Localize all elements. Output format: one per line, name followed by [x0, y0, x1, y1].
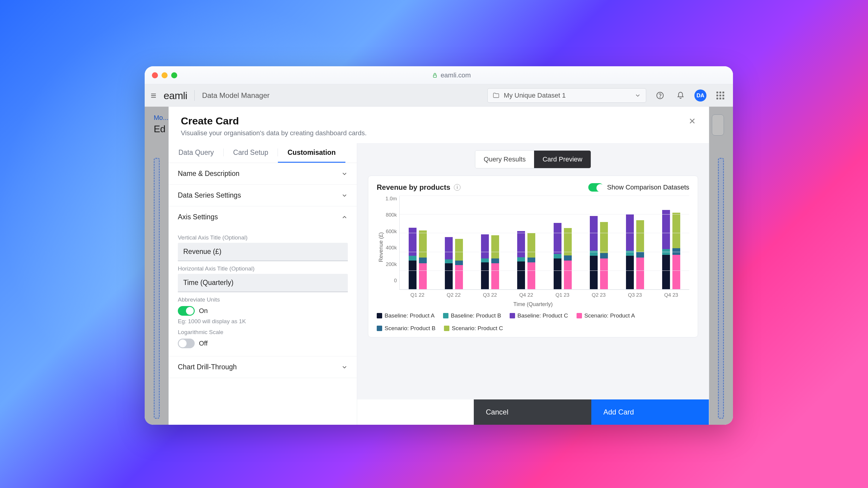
browser-titlebar: eamli.com [145, 66, 733, 84]
vertical-axis-label: Vertical Axis Title (Optional) [178, 234, 348, 241]
chart-plot [399, 196, 689, 290]
brand-logo[interactable]: eamli [164, 90, 187, 101]
preview-panel: Query Results Card Preview Revenue by pr… [357, 143, 709, 425]
minimize-window-button[interactable] [161, 72, 167, 78]
divider [194, 90, 195, 101]
log-scale-toggle[interactable] [178, 338, 195, 348]
folder-icon [493, 92, 500, 99]
create-card-modal: Create Card Visualise your organisation'… [169, 107, 709, 425]
modal-subtitle: Visualise your organisation's data by cr… [181, 129, 367, 137]
menu-button[interactable]: ≡ [151, 90, 156, 101]
abbreviate-units-label: Abbreviate Units [178, 296, 348, 303]
comparison-toggle-label: Show Comparison Datasets [607, 184, 689, 191]
close-modal-button[interactable]: ✕ [687, 115, 697, 127]
svg-point-2 [660, 97, 660, 97]
url-text: eamli.com [441, 71, 471, 79]
modal-footer: Cancel Add Card [357, 399, 709, 425]
apps-grid-button[interactable] [714, 89, 727, 102]
log-scale-state: Off [199, 339, 208, 347]
abbreviate-units-hint: Eg: 1000 will display as 1K [178, 318, 348, 325]
vertical-axis-input[interactable] [178, 243, 348, 261]
page-content: Mo... Ed Create Card Visualise your orga… [145, 107, 733, 425]
section-title: Data Model Manager [202, 91, 270, 100]
lock-icon [432, 73, 438, 78]
notifications-button[interactable] [674, 89, 687, 102]
chevron-up-icon [341, 214, 348, 221]
section-data-series[interactable]: Data Series Settings [169, 185, 357, 206]
chart-legend: Baseline: Product ABaseline: Product BBa… [377, 313, 689, 332]
chevron-down-icon [634, 92, 641, 99]
x-axis-ticks: Q1 22Q2 22Q3 22Q4 22Q1 23Q2 23Q3 23Q4 23 [399, 290, 689, 298]
y-axis-title: Revenue (£) [377, 196, 385, 298]
modal-tabs: Data Query Card Setup Customisation [169, 143, 357, 163]
modal-title: Create Card [181, 115, 367, 127]
horizontal-axis-label: Horizontal Axis Title (Optional) [178, 265, 348, 272]
tab-data-query[interactable]: Data Query [169, 143, 224, 163]
segment-query-results[interactable]: Query Results [475, 151, 534, 168]
maximize-window-button[interactable] [171, 72, 177, 78]
grid-icon [716, 92, 724, 99]
tab-card-setup[interactable]: Card Setup [224, 143, 278, 163]
browser-window: eamli.com ≡ eamli Data Model Manager My … [145, 66, 733, 425]
horizontal-axis-input[interactable] [178, 274, 348, 292]
preview-mode-segment: Query Results Card Preview [475, 150, 591, 168]
section-name-description[interactable]: Name & Description [169, 163, 357, 184]
axis-settings-body: Vertical Axis Title (Optional) Horizonta… [169, 228, 357, 356]
user-avatar[interactable]: DA [694, 90, 707, 101]
y-axis-ticks: 1.0m800k600k400k200k0 [385, 196, 399, 291]
chart-title: Revenue by products [377, 183, 450, 192]
segment-card-preview[interactable]: Card Preview [534, 151, 591, 168]
abbreviate-units-state: On [199, 307, 208, 315]
dataset-name: My Unique Dataset 1 [504, 92, 566, 99]
modal-header: Create Card Visualise your organisation'… [169, 107, 709, 143]
chevron-down-icon [341, 170, 348, 177]
section-axis-settings[interactable]: Axis Settings [169, 206, 357, 228]
chevron-down-icon [341, 192, 348, 199]
close-window-button[interactable] [152, 72, 158, 78]
chart-card: Revenue by products i Show Comparison Da… [368, 175, 698, 337]
comparison-toggle[interactable] [588, 183, 603, 192]
settings-panel: Data Query Card Setup Customisation Name… [169, 143, 357, 425]
help-button[interactable] [653, 89, 667, 102]
address-bar[interactable]: eamli.com [177, 71, 726, 79]
svg-rect-0 [433, 75, 437, 77]
chevron-down-icon [341, 364, 348, 370]
add-card-button[interactable]: Add Card [591, 399, 709, 425]
section-drill-through[interactable]: Chart Drill-Through [169, 356, 357, 378]
traffic-lights [152, 72, 177, 78]
chart-area: Revenue (£) 1.0m800k600k400k200k0 Q1 22Q… [377, 196, 689, 298]
abbreviate-units-toggle[interactable] [178, 306, 195, 316]
tab-customisation[interactable]: Customisation [278, 143, 345, 163]
log-scale-label: Logarithmic Scale [178, 329, 348, 335]
help-icon [656, 92, 664, 99]
x-axis-title: Time (Quarterly) [377, 301, 689, 307]
dataset-selector[interactable]: My Unique Dataset 1 [487, 88, 646, 103]
app-toolbar: ≡ eamli Data Model Manager My Unique Dat… [145, 84, 733, 107]
cancel-button[interactable]: Cancel [474, 399, 591, 425]
info-icon[interactable]: i [454, 184, 461, 191]
bell-icon [677, 92, 684, 99]
